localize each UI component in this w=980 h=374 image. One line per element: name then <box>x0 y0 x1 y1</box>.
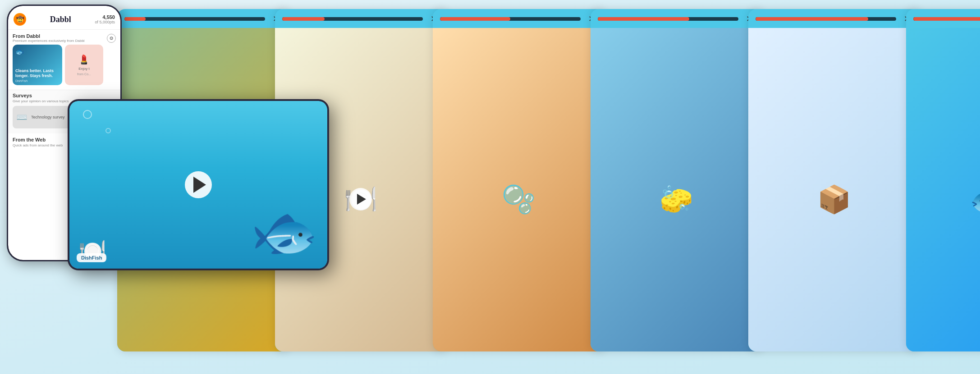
dishfish-mini-text: Cleans better. Lasts longer. Stays fresh… <box>15 68 60 78</box>
phone-mini-cards-row: 🐟 Cleans better. Lasts longer. Stays fre… <box>8 45 120 90</box>
from-dabbl-header: From Dabbl Premium experiences exclusive… <box>8 30 120 45</box>
card-3-image: 🫧 <box>433 28 604 351</box>
card-3-header: ✕ <box>433 9 604 28</box>
from-dabbl-title-group: From Dabbl Premium experiences exclusive… <box>13 33 85 43</box>
phone-header: 🤠 Dabbl 4,550 of 5,000pts <box>8 9 120 30</box>
survey-card-5: ✕ 📦 Now that you've met DishFish, do you… <box>748 9 920 351</box>
card-3-progress-fill <box>440 17 510 21</box>
from-dabbl-subtitle: Premium experiences exclusively from Dab… <box>13 39 85 43</box>
fish-promo-emoji: 🐟 <box>969 178 980 220</box>
card-4-progress-fill <box>598 17 689 21</box>
survey-card-4: ✕ 🧽 of the above ForeverFresh Foam™ smel… <box>591 9 762 351</box>
from-dabbl-title: From Dabbl <box>13 33 85 39</box>
phone-mini-card-2[interactable]: 💄 Enjoy t from Co... <box>65 45 103 85</box>
phone-mini-card-2-brand: from Co... <box>77 73 91 76</box>
tablet-screen: 🐟 🍽️ DishFish <box>69 101 327 269</box>
survey-item-1-icon: ⌨️ <box>16 112 27 123</box>
product-emoji: 📦 <box>817 183 851 215</box>
video-play-overlay[interactable] <box>349 188 372 210</box>
surveys-title: Surveys <box>13 93 116 98</box>
phone-mini-card-2-icon: 💄 <box>78 54 90 65</box>
card-6-progress-fill <box>913 17 980 21</box>
sponge2-emoji: 🧽 <box>659 183 693 215</box>
card-2-progress-fill <box>282 17 325 21</box>
phone-status-bar <box>8 6 120 9</box>
video-play-icon <box>357 194 366 205</box>
phone-mini-card-dishfish[interactable]: 🐟 Cleans better. Lasts longer. Stays fre… <box>13 45 62 85</box>
card-6-progress-bg <box>913 17 980 21</box>
card-1-header: ✕ <box>117 9 289 28</box>
card-1-progress-fill <box>124 17 146 21</box>
card-2-progress-bg <box>282 17 423 21</box>
card-5-progress-fill <box>756 17 868 21</box>
card-6-image: 🐟 <box>906 28 980 351</box>
survey-item-1-text: Technology survey <box>31 115 65 119</box>
card-2-header: ✕ <box>275 9 446 28</box>
card-5-progress-bg <box>756 17 896 21</box>
scene: ✕ 🧽 What do you hate the most about your… <box>0 0 980 374</box>
card-4-progress-bg <box>598 17 738 21</box>
tablet-brand-label: DishFish <box>77 253 106 262</box>
card-4-header: ✕ <box>591 9 762 28</box>
dishfish-mini-brand: DishFish <box>15 79 60 82</box>
bubble-2 <box>105 128 111 133</box>
card-4-image: 🧽 <box>591 28 762 351</box>
card-5-header: ✕ <box>748 9 920 28</box>
phone-avatar: 🤠 <box>14 13 26 26</box>
card-1-progress-bg <box>124 17 265 21</box>
dishfish-mini-logo: 🐟 <box>15 47 24 56</box>
survey-card-6: ✕ 🐟 🐟 DishFish Try us today & use our Da… <box>906 9 980 351</box>
card-6-header: ✕ <box>906 9 980 28</box>
card-5-image: 📦 <box>748 28 920 351</box>
fish-character: 🐟 <box>251 201 318 264</box>
tablet-device: 🐟 🍽️ DishFish <box>68 99 329 270</box>
survey-card-3: ✕ 🫧 How does DishFish resist bacteria od… <box>433 9 604 351</box>
phone-logo: Dabbl <box>50 15 71 24</box>
from-dabbl-settings-icon[interactable]: ⊙ <box>107 34 116 43</box>
phone-mini-card-2-text: Enjoy t <box>77 67 91 71</box>
card-3-progress-bg <box>440 17 581 21</box>
phone-points: 4,550 of 5,000pts <box>95 14 115 24</box>
tablet-play-icon <box>193 177 206 193</box>
tablet-play-button[interactable] <box>185 171 212 198</box>
bubble-1 <box>83 110 92 119</box>
hands-emoji: 🫧 <box>502 183 536 215</box>
